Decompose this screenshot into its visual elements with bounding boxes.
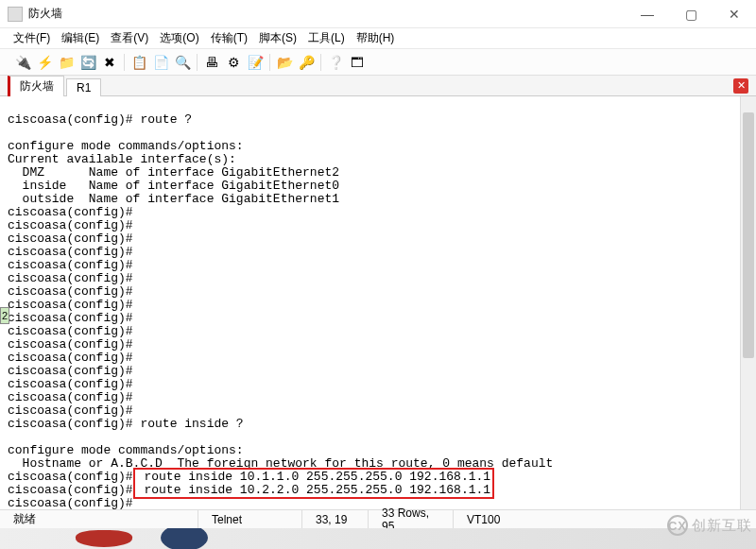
scroll-thumb[interactable] <box>743 112 754 358</box>
watermark-text: 创新互联 <box>692 517 752 535</box>
status-size: 33 Rows, 95 <box>369 510 454 528</box>
toolbar-separator <box>320 54 321 71</box>
tabbar: 防火墙 R1 ✕ <box>0 76 756 96</box>
quick-connect-icon[interactable]: ⚡ <box>35 53 54 72</box>
watermark-icon: CX <box>667 515 688 536</box>
menu-tools[interactable]: 工具(L) <box>308 30 345 46</box>
reconnect-icon[interactable]: 🔄 <box>78 53 97 72</box>
app-icon <box>8 7 23 22</box>
status-connection: Telnet <box>198 510 302 528</box>
tab-close-icon[interactable]: ✕ <box>733 78 748 94</box>
menu-script[interactable]: 脚本(S) <box>259 30 297 46</box>
window-title: 防火墙 <box>28 6 626 22</box>
menu-transfer[interactable]: 传输(T) <box>211 30 248 46</box>
toolbar-separator <box>124 54 125 71</box>
key-icon[interactable]: 🔑 <box>297 53 316 72</box>
toolbar-separator <box>197 54 198 71</box>
side-marker: 2 <box>0 307 9 324</box>
copy-icon[interactable]: 📋 <box>129 53 148 72</box>
help-icon[interactable]: ❔ <box>326 53 345 72</box>
statusbar: 就绪 Telnet 33, 19 33 Rows, 95 VT100 <box>0 509 756 528</box>
toolbar-icon[interactable]: 🗔 <box>348 53 367 72</box>
terminal[interactable]: ciscoasa(config)# route ? configure mode… <box>0 96 756 528</box>
menubar: 文件(F) 编辑(E) 查看(V) 选项(O) 传输(T) 脚本(S) 工具(L… <box>0 28 756 49</box>
status-terminal: VT100 <box>454 510 513 528</box>
status-position: 33, 19 <box>302 510 369 528</box>
tab-firewall[interactable]: 防火墙 <box>8 76 64 96</box>
close-button[interactable]: ✕ <box>713 0 756 27</box>
disconnect-icon[interactable]: ✖ <box>100 53 119 72</box>
titlebar: 防火墙 — ▢ ✕ <box>0 0 756 28</box>
settings-icon[interactable]: ⚙ <box>224 53 243 72</box>
open-icon[interactable]: 📁 <box>57 53 76 72</box>
log-icon[interactable]: 📝 <box>246 53 265 72</box>
print-icon[interactable]: 🖶 <box>202 53 221 72</box>
watermark: CX 创新互联 <box>667 515 752 536</box>
connect-icon[interactable]: 🔌 <box>13 53 32 72</box>
menu-help[interactable]: 帮助(H) <box>356 30 395 46</box>
menu-view[interactable]: 查看(V) <box>111 30 148 46</box>
minimize-button[interactable]: — <box>626 0 669 27</box>
status-ready: 就绪 <box>0 510 198 528</box>
menu-options[interactable]: 选项(O) <box>160 30 198 46</box>
find-icon[interactable]: 🔍 <box>173 53 192 72</box>
folder-icon[interactable]: 📂 <box>275 53 294 72</box>
menu-file[interactable]: 文件(F) <box>13 30 50 46</box>
menu-edit[interactable]: 编辑(E) <box>61 30 99 46</box>
paste-icon[interactable]: 📄 <box>151 53 170 72</box>
bottom-decoration <box>0 528 756 549</box>
maximize-button[interactable]: ▢ <box>669 0 713 27</box>
toolbar: 🔌 ⚡ 📁 🔄 ✖ 📋 📄 🔍 🖶 ⚙ 📝 📂 🔑 ❔ 🗔 <box>0 49 756 76</box>
scrollbar[interactable]: ▲ ▼ <box>740 96 756 528</box>
terminal-output: ciscoasa(config)# route ? configure mode… <box>8 113 754 510</box>
tab-r1[interactable]: R1 <box>66 78 101 96</box>
toolbar-separator <box>269 54 270 71</box>
